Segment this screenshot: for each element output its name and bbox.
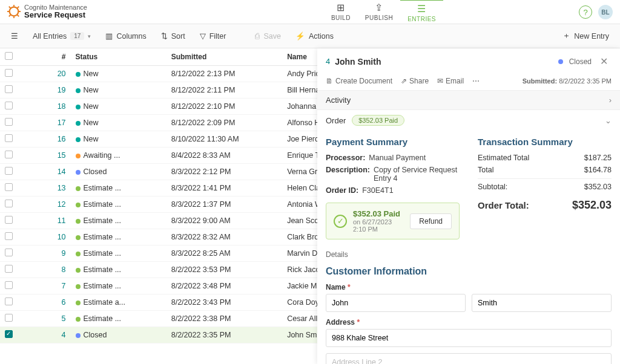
status-dot-icon <box>76 154 81 158</box>
submitted-cell: 8/3/2022 2:12 PM <box>167 164 282 180</box>
order-paid-pill: $352.03 Paid <box>352 115 404 126</box>
status-text: Estimate ... <box>84 314 122 323</box>
row-checkbox[interactable] <box>5 281 13 289</box>
address-line1-input[interactable] <box>326 329 612 347</box>
create-document-button[interactable]: 🗎Create Document <box>326 77 392 85</box>
address-line2-input[interactable] <box>326 353 612 364</box>
col-status[interactable]: Status <box>71 48 167 66</box>
help-icon[interactable]: ? <box>579 5 592 19</box>
description-value: Copy of Service Request Entry 4 <box>374 166 460 183</box>
status-text: New <box>84 135 99 143</box>
document-icon: 🗎 <box>326 77 333 85</box>
columns-button[interactable]: ▥Columns <box>99 28 152 44</box>
status-dot-icon <box>76 268 81 273</box>
last-name-input[interactable] <box>472 294 612 312</box>
entry-number-link[interactable]: 15 <box>58 151 66 160</box>
first-name-input[interactable] <box>326 294 466 312</box>
entry-number-link[interactable]: 16 <box>58 135 66 143</box>
envelope-icon: ✉ <box>437 77 443 85</box>
status-text: Estimate ... <box>84 249 122 258</box>
activity-section[interactable]: Activity › <box>317 90 620 109</box>
save-label: Save <box>263 32 281 41</box>
status-text: Estimate a... <box>84 298 125 307</box>
entry-number-link[interactable]: 12 <box>58 200 66 209</box>
all-entries-dropdown[interactable]: All Entries 17 ▾ <box>27 28 97 44</box>
col-number[interactable]: # <box>30 48 71 66</box>
order-total-label: Order Total: <box>478 200 529 210</box>
status-text: Estimate ... <box>84 216 122 225</box>
submitted-cell: 8/3/2022 1:37 PM <box>167 197 282 213</box>
entry-number-link[interactable]: 7 <box>62 282 66 290</box>
filter-toggle[interactable]: ☰ <box>5 28 24 44</box>
entry-number-link[interactable]: 11 <box>58 216 66 225</box>
entry-number-link[interactable]: 4 <box>62 331 66 339</box>
subtotal-value: $352.03 <box>584 183 612 191</box>
payment-box: ✓ $352.03 Paid on 6/27/2023 2:10 PM Refu… <box>326 203 460 239</box>
row-checkbox[interactable] <box>5 232 13 240</box>
row-checkbox[interactable] <box>5 249 13 256</box>
row-checkbox[interactable] <box>5 200 13 207</box>
entry-number-link[interactable]: 5 <box>62 314 66 323</box>
tab-entries[interactable]: ☰ ENTRIES <box>400 0 443 25</box>
entry-number-link[interactable]: 10 <box>58 233 66 241</box>
order-total-value: $352.03 <box>572 199 612 212</box>
submitted-cell: 8/12/2022 2:10 PM <box>167 99 282 115</box>
tab-build[interactable]: ⊞ BUILD <box>324 0 358 25</box>
order-id-label: Order ID: <box>326 186 358 195</box>
panel-status[interactable]: Closed <box>558 57 592 66</box>
payment-summary: Payment Summary Processor:Manual Payment… <box>326 137 460 239</box>
row-checkbox[interactable] <box>5 85 13 93</box>
row-checkbox[interactable] <box>5 134 13 142</box>
entry-number-link[interactable]: 19 <box>58 86 66 94</box>
submitted-cell: 8/12/2022 2:11 PM <box>167 82 282 99</box>
submitted-cell: 8/12/2022 2:09 PM <box>167 115 282 131</box>
entry-number-link[interactable]: 9 <box>62 249 66 258</box>
entry-number-link[interactable]: 18 <box>58 102 66 111</box>
row-checkbox[interactable] <box>5 314 13 322</box>
total-value: $164.78 <box>584 166 612 174</box>
entry-detail-panel: 4 John Smith Closed ✕ 🗎Create Document ⇗… <box>317 48 620 364</box>
actions-button[interactable]: ⚡Actions <box>289 28 340 44</box>
row-checkbox[interactable] <box>5 265 13 273</box>
status-dot-icon <box>76 203 81 207</box>
row-checkbox[interactable] <box>5 102 13 109</box>
status-text: Estimate ... <box>84 282 122 290</box>
col-submitted[interactable]: Submitted <box>167 48 282 66</box>
submitted-cell: 8/2/2022 3:48 PM <box>167 278 282 294</box>
status-dot-icon <box>76 170 81 175</box>
row-checkbox[interactable] <box>5 151 13 158</box>
select-all-checkbox[interactable] <box>5 52 13 60</box>
tab-publish[interactable]: ⇪ PUBLISH <box>358 0 400 25</box>
new-entry-button[interactable]: ＋New Entry <box>556 27 615 45</box>
row-checkbox[interactable] <box>5 297 13 305</box>
sort-button[interactable]: ⇅Sort <box>155 28 191 44</box>
share-icon: ⇗ <box>401 77 407 85</box>
row-checkbox[interactable] <box>5 183 13 191</box>
transaction-summary-title: Transaction Summary <box>478 137 612 147</box>
order-section[interactable]: Order $352.03 Paid ⌄ <box>317 109 620 131</box>
columns-label: Columns <box>116 32 146 41</box>
entry-number-link[interactable]: 8 <box>62 265 66 274</box>
close-icon[interactable]: ✕ <box>596 54 612 68</box>
refund-button[interactable]: Refund <box>410 213 452 229</box>
status-dot-icon <box>76 301 81 305</box>
avatar[interactable]: BL <box>598 5 613 19</box>
share-button[interactable]: ⇗Share <box>401 77 429 85</box>
more-actions-button[interactable]: ⋯ <box>472 77 480 85</box>
entry-number-link[interactable]: 20 <box>58 70 66 78</box>
filter-button[interactable]: ▽Filter <box>194 28 232 44</box>
estimated-value: $187.25 <box>584 154 612 162</box>
status-dot-icon <box>76 121 81 126</box>
email-button[interactable]: ✉Email <box>437 77 464 85</box>
panel-submitted: Submitted: 8/2/2022 3:35 PM <box>523 77 612 85</box>
row-checkbox[interactable] <box>5 216 13 224</box>
entry-number-link[interactable]: 14 <box>58 167 66 176</box>
order-id-value: F30E4T1 <box>362 186 460 195</box>
entry-number-link[interactable]: 17 <box>58 119 66 127</box>
row-checkbox[interactable] <box>5 167 13 175</box>
entry-number-link[interactable]: 6 <box>62 298 66 307</box>
row-checkbox[interactable] <box>5 118 13 126</box>
row-checkbox[interactable] <box>5 69 13 77</box>
entry-number-link[interactable]: 13 <box>58 184 66 192</box>
row-checkbox[interactable] <box>5 330 13 338</box>
